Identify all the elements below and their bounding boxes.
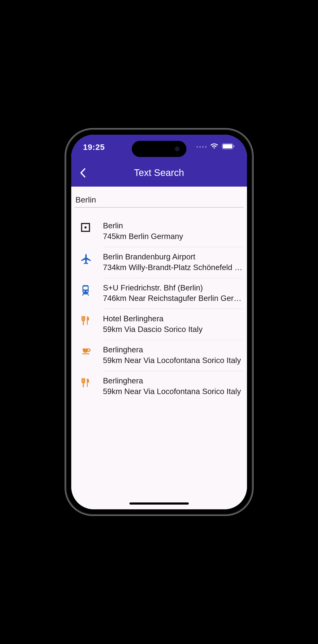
search-input[interactable] bbox=[75, 194, 244, 208]
restaurant-icon bbox=[79, 376, 93, 390]
place-icon bbox=[79, 221, 93, 234]
result-title: Berlinghera bbox=[103, 376, 243, 386]
result-content: Berlin745km Berlin Germany bbox=[103, 221, 243, 242]
battery-icon bbox=[222, 143, 235, 150]
result-content: S+U Friedrichstr. Bhf (Berlin)746km Near… bbox=[103, 283, 243, 304]
result-content: Berlin Brandenburg Airport734km Willy-Br… bbox=[103, 252, 243, 273]
result-row[interactable]: Berlin Brandenburg Airport734km Willy-Br… bbox=[71, 247, 247, 278]
result-content: Berlinghera59km Near Via Locofontana Sor… bbox=[103, 376, 243, 397]
result-subtitle: 59km Via Dascio Sorico Italy bbox=[103, 324, 243, 334]
phone-screen: 19:25 Text Search bbox=[71, 135, 247, 509]
chevron-left-icon bbox=[80, 168, 86, 178]
result-row[interactable]: S+U Friedrichstr. Bhf (Berlin)746km Near… bbox=[71, 278, 247, 309]
svg-rect-9 bbox=[233, 145, 234, 148]
svg-rect-8 bbox=[223, 144, 232, 148]
result-subtitle: 59km Near Via Locofontana Sorico Italy bbox=[103, 356, 243, 366]
restaurant-icon bbox=[79, 314, 93, 328]
result-title: Hotel Berlinghera bbox=[103, 314, 243, 324]
status-right bbox=[196, 142, 235, 150]
dynamic-island bbox=[132, 141, 187, 157]
nav-bar: Text Search bbox=[71, 163, 247, 186]
wifi-icon bbox=[210, 143, 219, 150]
search-input-wrapper bbox=[71, 194, 247, 208]
train-icon bbox=[79, 283, 93, 297]
home-indicator bbox=[129, 502, 189, 504]
page-title: Text Search bbox=[78, 168, 240, 178]
result-title: S+U Friedrichstr. Bhf (Berlin) bbox=[103, 283, 243, 293]
result-row[interactable]: Hotel Berlinghera59km Via Dascio Sorico … bbox=[71, 309, 247, 340]
results-list: Berlin745km Berlin GermanyBerlin Branden… bbox=[71, 208, 247, 402]
result-content: Hotel Berlinghera59km Via Dascio Sorico … bbox=[103, 314, 243, 334]
status-time: 19:25 bbox=[83, 142, 105, 152]
result-title: Berlin bbox=[103, 221, 243, 231]
airport-icon bbox=[79, 252, 93, 266]
cellular-dots-icon bbox=[196, 146, 207, 148]
result-content: Berlinghera59km Near Via Locofontana Sor… bbox=[103, 345, 243, 366]
result-row[interactable]: Berlinghera59km Near Via Locofontana Sor… bbox=[71, 371, 247, 402]
result-title: Berlinghera bbox=[103, 345, 243, 355]
cafe-icon bbox=[79, 345, 93, 358]
result-subtitle: 734km Willy-Brandt-Platz Schönefeld G… bbox=[103, 262, 243, 273]
content-area: Berlin745km Berlin GermanyBerlin Branden… bbox=[71, 186, 247, 509]
result-subtitle: 746km Near Reichstagufer Berlin Germa… bbox=[103, 293, 243, 304]
result-row[interactable]: Berlin745km Berlin Germany bbox=[71, 216, 247, 247]
result-row[interactable]: Berlinghera59km Near Via Locofontana Sor… bbox=[71, 340, 247, 371]
back-button[interactable] bbox=[78, 168, 87, 178]
result-title: Berlin Brandenburg Airport bbox=[103, 252, 243, 262]
result-subtitle: 59km Near Via Locofontana Sorico Italy bbox=[103, 386, 243, 397]
result-subtitle: 745km Berlin Germany bbox=[103, 232, 243, 242]
phone-frame: 19:25 Text Search bbox=[67, 130, 252, 514]
